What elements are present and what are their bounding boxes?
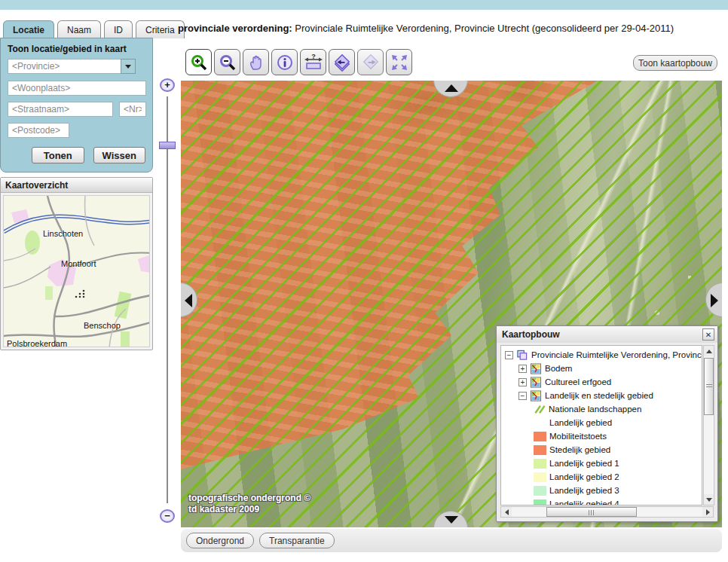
legend-item-landelijk-gebied-3[interactable]: Landelijk gebied 3: [503, 484, 702, 497]
layer-tree: − Provinciale Ruimtelijke Verordening, P…: [500, 345, 702, 505]
straatnaam-input[interactable]: [8, 102, 113, 117]
kaartopbouw-header[interactable]: Kaartopbouw ✕: [497, 326, 717, 343]
overview-map[interactable]: Linschoten Montfoort Benschop Polsbroeke…: [3, 195, 150, 347]
arrow-up-icon: [445, 84, 458, 92]
zoom-slider-handle[interactable]: [159, 142, 176, 149]
overview-header: Kaartoverzicht: [1, 178, 152, 193]
tab-criteria[interactable]: Criteria: [136, 20, 185, 38]
scroll-right-icon[interactable]: [702, 507, 713, 517]
legend-item-landelijk-gebied-4[interactable]: Landelijk gebied 4: [503, 497, 702, 505]
tree-item-cultureel-erfgoed[interactable]: + Cultureel erfgoed: [503, 375, 702, 389]
sidebar-tabs: Locatie Naam ID Criteria: [3, 20, 185, 38]
map-layer-icon: [530, 390, 542, 402]
map-layer-icon: [530, 377, 542, 388]
legend-item-landelijk-gebied[interactable]: Landelijk gebied: [503, 416, 702, 429]
tab-naam[interactable]: Naam: [57, 20, 101, 38]
info-tool-button[interactable]: [271, 49, 298, 75]
page-title: provinciale verordening: Provinciale Rui…: [178, 23, 674, 34]
collapse-icon[interactable]: −: [505, 351, 513, 359]
tree-item-landelijk-stedelijk[interactable]: − Landelijk en stedelijk gebied: [503, 389, 702, 402]
wissen-button[interactable]: Wissen: [93, 147, 146, 163]
place-label-benschop: Benschop: [84, 321, 121, 330]
kaartopbouw-title: Kaartopbouw: [502, 329, 560, 340]
search-heading: Toon locatie/gebied in kaart: [8, 44, 145, 54]
overview-title: Kaartoverzicht: [5, 180, 68, 191]
full-extent-icon: [390, 53, 408, 72]
legend-vertical-scrollbar[interactable]: [703, 345, 714, 505]
title-label: provinciale verordening:: [178, 23, 292, 34]
zoom-in-slider-button[interactable]: +: [160, 78, 175, 92]
top-strip: [0, 0, 728, 10]
ondergrond-button[interactable]: Ondergrond: [186, 533, 254, 548]
scroll-left-icon[interactable]: [501, 507, 512, 517]
next-extent-button: [357, 49, 384, 75]
info-icon: [276, 53, 294, 72]
scroll-up-icon[interactable]: [704, 346, 714, 356]
tab-id[interactable]: ID: [104, 20, 133, 38]
color-swatch: [534, 486, 546, 496]
color-swatch: [534, 445, 546, 455]
legend-item-landelijk-gebied-2[interactable]: Landelijk gebied 2: [503, 470, 702, 484]
tab-locatie[interactable]: Locatie: [3, 20, 54, 38]
arrow-right-icon: [711, 294, 718, 307]
zoom-in-icon: [190, 53, 208, 72]
legend-item-mobiliteitstoets[interactable]: Mobiliteitstoets: [503, 429, 702, 443]
vertical-scroll-thumb[interactable]: [704, 358, 714, 415]
tree-item-bodem[interactable]: + Bodem: [503, 362, 702, 375]
arrow-left-icon: [185, 294, 192, 307]
location-search-panel: Toon locatie/gebied in kaart <Provincie>…: [0, 38, 153, 173]
legend-horizontal-scrollbar[interactable]: [500, 506, 714, 518]
next-extent-icon: [361, 53, 381, 72]
pan-tool-button[interactable]: [243, 49, 269, 75]
scroll-down-icon[interactable]: [704, 494, 714, 505]
huisnummer-input[interactable]: [119, 102, 146, 117]
hatch-legend-icon: [534, 404, 546, 415]
map-canvas[interactable]: topografische ondergrond © td kadaster 2…: [181, 81, 722, 527]
province-value: <Provincie>: [12, 61, 60, 72]
color-swatch: [534, 472, 546, 482]
previous-extent-button[interactable]: [329, 49, 355, 75]
expand-icon[interactable]: +: [518, 378, 527, 386]
horizontal-scroll-thumb[interactable]: [546, 507, 637, 517]
color-swatch: [534, 459, 546, 469]
legend-item-landelijk-gebied-1[interactable]: Landelijk gebied 1: [503, 457, 702, 470]
color-swatch: [534, 432, 546, 441]
zoom-out-icon: [219, 53, 237, 72]
woonplaats-input[interactable]: [8, 81, 146, 96]
map-copyright-watermark: topografische ondergrond © td kadaster 2…: [188, 493, 310, 515]
zoom-slider-track[interactable]: [167, 96, 168, 503]
transparantie-button[interactable]: Transparantie: [259, 533, 335, 548]
arrow-down-icon: [445, 516, 458, 524]
collapse-icon[interactable]: −: [518, 392, 527, 400]
street-row: [8, 102, 145, 123]
tree-item-root[interactable]: − Provinciale Ruimtelijke Verordening, P…: [503, 348, 702, 362]
overview-map-drawing: [4, 196, 150, 347]
legend-item-stedelijk-gebied[interactable]: Stedelijk gebied: [503, 443, 702, 457]
previous-extent-icon: [332, 53, 352, 72]
expand-icon[interactable]: +: [518, 365, 527, 373]
search-buttons: Tonen Wissen: [32, 147, 145, 163]
chevron-down-icon: [125, 65, 131, 69]
close-icon[interactable]: ✕: [702, 328, 714, 341]
tonen-button[interactable]: Tonen: [32, 147, 84, 163]
province-select[interactable]: <Provincie>: [8, 59, 136, 74]
place-label-montfoort: Montfoort: [61, 259, 96, 268]
svg-text:?: ?: [311, 53, 316, 60]
province-dropdown-button[interactable]: [121, 59, 136, 74]
legend-item-nationale-landschappen[interactable]: Nationale landschappen: [503, 402, 702, 416]
zoom-in-tool-button[interactable]: [185, 49, 212, 75]
title-text: Provinciale Ruimtelijke Verordening, Pro…: [295, 23, 674, 34]
zoom-out-slider-button[interactable]: −: [160, 509, 175, 523]
toon-kaartopbouw-button[interactable]: Toon kaartopbouw: [633, 55, 717, 71]
full-extent-button[interactable]: [386, 49, 412, 75]
kaartopbouw-panel: Kaartopbouw ✕ − Provinciale Ruimtelijke …: [496, 325, 718, 522]
map-layer-icon: [530, 363, 542, 374]
color-swatch: [534, 499, 546, 506]
map-toolbar: ?: [185, 49, 412, 75]
overview-panel: Kaartoverzicht Linscho: [0, 177, 153, 350]
postcode-input[interactable]: [8, 123, 69, 138]
measure-tool-button[interactable]: ?: [300, 49, 326, 75]
map-bottom-bar: Ondergrond Transparantie: [181, 529, 722, 552]
zoom-out-tool-button[interactable]: [214, 49, 240, 75]
place-label-linschoten: Linschoten: [43, 229, 83, 238]
